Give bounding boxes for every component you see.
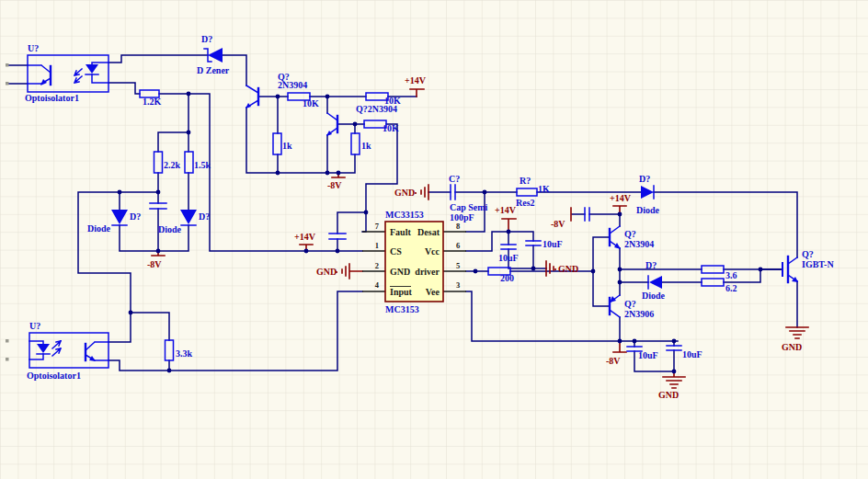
- pin-name-input: Input: [390, 287, 413, 297]
- net-label-gnd: GND: [782, 342, 802, 352]
- diode-ref: D?: [199, 211, 210, 222]
- net-label-neg8v: -8V: [551, 219, 565, 229]
- signal-ground-dot: [554, 268, 556, 270]
- q1-value: 2N3904: [278, 80, 307, 90]
- net-label-gnd: GND: [658, 390, 679, 400]
- pin-number: 6: [456, 241, 460, 250]
- pin-name-vee: Vee: [426, 287, 440, 297]
- cap-ref: C?: [449, 174, 460, 184]
- ic-part-number: MC3153: [385, 304, 419, 314]
- cap-10uF-value: 10uF: [498, 253, 519, 263]
- q4-ref: Q?: [624, 299, 636, 309]
- r-6.2-value: 6.2: [725, 283, 737, 293]
- pin-name-vcc: Vcc: [425, 246, 440, 257]
- r-2.2k-value: 2.2k: [164, 160, 181, 170]
- r-10k-value: 10K: [383, 123, 399, 133]
- diode-ref: D?: [130, 211, 141, 222]
- cap-10uF-value: 10uF: [638, 350, 658, 360]
- net-label-neg8v: -8V: [147, 259, 162, 269]
- cap-value: Cap Semi: [450, 202, 488, 212]
- diode-value: Diode: [87, 223, 111, 234]
- opto2-value: Optoisolator1: [27, 371, 81, 381]
- cap-10uF-value: 10uF: [682, 349, 702, 359]
- pin-name-fault: Fault: [390, 227, 411, 237]
- r-1.5k-value: 1.5k: [194, 160, 211, 170]
- pin-number: 3: [456, 280, 460, 290]
- zener-ref: D?: [201, 34, 212, 44]
- pin-number: 2: [375, 261, 379, 270]
- net-label-neg8v: -8V: [606, 356, 621, 366]
- diode-ref: D?: [645, 260, 657, 270]
- pin-name-driver: driver: [415, 267, 440, 277]
- net-label-gnd: GND: [558, 264, 578, 274]
- net-label-gnd: GND: [394, 188, 415, 198]
- r-lib-name: Res2: [516, 198, 535, 208]
- diode-value: Diode: [158, 224, 182, 234]
- q2-label: Q?2N3904: [356, 104, 397, 114]
- q3-ref: Q?: [624, 229, 636, 239]
- r-in-value: 1.2K: [143, 97, 162, 107]
- cap-value2: 100pF: [450, 212, 474, 222]
- q3-value: 2N3904: [624, 239, 654, 249]
- ic-title: MC33153: [385, 210, 424, 220]
- net-label-gnd: GND: [316, 267, 337, 277]
- r-3.3k-value: 3.3k: [176, 348, 193, 359]
- diode-value: Diode: [642, 291, 666, 301]
- igbt-value: IGBT-N: [802, 259, 834, 269]
- pin-number: 5: [456, 261, 460, 270]
- r-200-value: 200: [500, 273, 514, 283]
- r-ref: R?: [520, 176, 531, 186]
- schematic-canvas: MC33153 MC3153 Fault Desat CS Vcc GND dr…: [0, 0, 868, 479]
- r-1k-value: 1k: [282, 141, 292, 151]
- q4-value: 2N3906: [624, 309, 654, 319]
- diode-value: Diode: [636, 205, 660, 215]
- net-label-14v: +14V: [294, 232, 316, 242]
- pin-number: 1: [375, 241, 379, 250]
- net-label-14v: +14V: [495, 205, 517, 215]
- pin-number: 8: [456, 222, 460, 231]
- r-1k-value: 1k: [361, 141, 371, 151]
- zener-value: D Zener: [197, 65, 230, 75]
- pin-name-cs: CS: [390, 246, 402, 257]
- net-label-14v: +14V: [610, 193, 632, 203]
- pin-name-gnd: GND: [390, 267, 410, 277]
- opto1-ref: U?: [28, 43, 39, 53]
- net-label-14v: +14V: [405, 75, 427, 86]
- diode-ref: D?: [639, 174, 650, 184]
- r-10k-value: 10K: [303, 98, 319, 108]
- cap-10uF-value: 10uF: [542, 239, 563, 249]
- opto2-ref: U?: [29, 321, 40, 331]
- igbt-ref: Q?: [802, 249, 814, 259]
- opto1-value: Optoisolator1: [25, 93, 79, 103]
- net-label-neg8v: -8V: [327, 180, 342, 190]
- r-1kk-value: 1K: [538, 184, 550, 194]
- r-3.6-value: 3.6: [725, 270, 737, 280]
- pin-name-desat: Desat: [417, 227, 440, 237]
